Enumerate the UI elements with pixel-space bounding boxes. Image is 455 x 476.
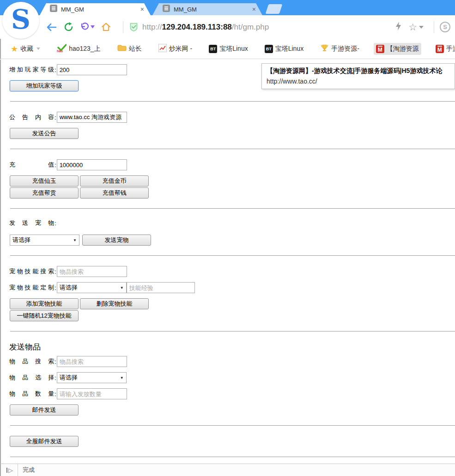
chevron-down-icon[interactable]	[419, 26, 424, 29]
star-icon: ★	[11, 44, 18, 54]
pet-select[interactable]: 请选择 ▼	[10, 235, 79, 246]
item-qty-row: 物品数量:	[9, 388, 455, 399]
url-host: 129.204.189.113:88	[162, 23, 232, 31]
add-level-button[interactable]: 增加玩家等级	[10, 80, 79, 91]
toolbar-divider	[434, 21, 434, 33]
close-icon[interactable]: ×	[139, 6, 146, 13]
reload-icon[interactable]	[64, 22, 73, 32]
m-site-icon: M	[376, 45, 384, 53]
home-icon[interactable]	[101, 22, 111, 32]
tab-mm-gm-active[interactable]: MM_GM ×	[40, 3, 151, 15]
close-icon[interactable]: ×	[250, 6, 258, 13]
add-pet-skill-button[interactable]: 添加宠物技能	[10, 298, 79, 309]
m-site-icon: M	[436, 45, 444, 53]
page-favicon-icon	[163, 5, 170, 14]
status-divider	[18, 464, 18, 476]
pet-skill-select[interactable]: 请选择 ▼	[57, 282, 127, 293]
tooltip-url: http://www.tao.cc/	[267, 78, 455, 85]
bookmark-bt-linux-2[interactable]: BT 宝塔Linux	[262, 43, 306, 55]
item-select[interactable]: 请选择 ▼	[57, 372, 127, 383]
sogou-account-icon[interactable]: S	[440, 22, 450, 32]
tab-title: MM_GM	[174, 6, 247, 13]
send-notice-button[interactable]: 发送公告	[10, 128, 79, 139]
item-search-input[interactable]	[57, 356, 127, 367]
item-select-row: 物品选择: 请选择 ▼	[9, 372, 455, 383]
level-input[interactable]	[57, 64, 127, 75]
item-search-row: 物品搜索:	[9, 356, 455, 367]
skill-exp-input[interactable]	[127, 282, 195, 293]
chart-icon	[158, 44, 167, 54]
favorite-star-icon[interactable]: ☆	[408, 22, 417, 33]
delete-pet-skill-button[interactable]: 删除宠物技能	[80, 298, 149, 309]
send-pet-button[interactable]: 发送宠物	[82, 235, 151, 246]
bookmark-favorites[interactable]: ★ 收藏	[8, 42, 42, 56]
pet-skill-search-label: 宠物技能搜索	[9, 267, 54, 276]
level-label: 增加玩家等级	[9, 66, 54, 74]
toolbar-divider	[123, 21, 123, 33]
recharge-banggong-button[interactable]: 充值帮贡	[10, 187, 79, 199]
bookmark-shouyou-jishu[interactable]: M 手游技术交	[433, 43, 455, 55]
item-search-label: 物品搜索	[9, 357, 54, 366]
lightning-icon[interactable]	[395, 21, 402, 33]
bt-panel-icon: BT	[265, 45, 273, 53]
undo-dropdown-icon[interactable]	[80, 23, 95, 31]
tab-title: MM_GM	[61, 6, 135, 13]
select-arrow-icon: ▼	[120, 286, 124, 290]
pet-skill-custom-label: 宠物技能定制	[9, 283, 54, 292]
bookmark-taoyou-ziyuan[interactable]: M 【淘游资源	[374, 43, 421, 55]
status-bar: ▷ 完成	[0, 464, 455, 476]
chevron-down-icon	[36, 48, 40, 50]
sogou-logo[interactable]: S	[2, 2, 39, 39]
mail-send-button[interactable]: 邮件发送	[10, 404, 79, 416]
section-divider	[10, 101, 455, 102]
recharge-label: 充值	[9, 161, 54, 169]
recharge-xianyu-button[interactable]: 充值仙玉	[10, 175, 79, 187]
back-icon[interactable]	[46, 23, 57, 31]
bookmark-chaomiwang[interactable]: 炒米网 -	[156, 42, 195, 55]
bookmark-tooltip: 【淘游资源网】-游戏技术交流|手游服务端源码|H5游戏技术论 http://ww…	[261, 63, 455, 89]
browser-toolbar: http://129.204.189.113:88/ht/gm.php ☆ S	[0, 15, 455, 39]
send-item-heading: 发送物品	[9, 342, 455, 352]
trophy-icon	[320, 44, 329, 54]
tab-mm-gm-inactive[interactable]: MM_GM ×	[152, 3, 262, 15]
notice-input[interactable]	[57, 112, 127, 123]
item-qty-label: 物品数量	[9, 390, 54, 398]
pet-skill-search-input[interactable]	[57, 266, 127, 277]
section-divider	[10, 331, 455, 331]
tooltip-title: 【淘游资源网】-游戏技术交流|手游服务端源码|H5游戏技术论	[267, 67, 455, 75]
hao123-icon: hao	[57, 44, 67, 54]
toolbar-right-group: ☆ S	[395, 21, 455, 33]
bookmark-bt-linux-1[interactable]: BT 宝塔Linux	[206, 43, 250, 55]
bookmark-shouyou-ziyuan[interactable]: 手游资源-	[318, 42, 362, 56]
bookmarks-bar: ★ 收藏 hao hao123_上 站长 炒米网 - BT 宝塔Linux BT…	[0, 39, 455, 59]
pet-skill-search-row: 宠物技能搜索:	[9, 266, 455, 277]
random-12-pet-skill-button[interactable]: 一键随机12宠物技能	[10, 310, 79, 321]
item-qty-input[interactable]	[57, 388, 127, 399]
page-favicon-icon	[50, 5, 57, 14]
select-arrow-icon: ▼	[120, 376, 124, 380]
gm-page-content: 增加玩家等级: 增加玩家等级 公告内容: 发送公告 充值: 充值仙玉 充值金币 …	[0, 60, 455, 464]
select-arrow-icon: ▼	[73, 238, 77, 242]
pet-controls-row: 请选择 ▼ 发送宠物	[10, 235, 455, 246]
pet-label: 发送宠物	[9, 219, 54, 227]
security-shield-icon[interactable]	[129, 22, 139, 32]
recharge-bangqian-button[interactable]: 充值帮钱	[80, 187, 149, 199]
address-bar[interactable]: http://129.204.189.113:88/ht/gm.php	[142, 23, 269, 32]
notice-row: 公告内容:	[9, 112, 455, 123]
bookmark-hao123[interactable]: hao hao123_上	[55, 42, 103, 56]
recharge-input[interactable]	[57, 159, 127, 170]
svg-text:hao: hao	[57, 49, 63, 53]
section-divider	[10, 255, 455, 256]
section-divider	[10, 425, 455, 426]
recharge-row: 充值:	[9, 159, 455, 170]
status-text: 完成	[23, 466, 35, 474]
recharge-jinbi-button[interactable]: 充值金币	[80, 175, 149, 187]
folder-icon	[117, 44, 127, 53]
new-tab-button[interactable]	[266, 4, 283, 14]
play-icon[interactable]: ▷	[6, 467, 13, 473]
tab-strip: MM_GM × MM_GM ×	[0, 0, 455, 15]
pet-label-row: 发送宠物:	[9, 219, 455, 227]
pet-skill-custom-row: 宠物技能定制: 请选择 ▼	[9, 282, 455, 293]
bookmark-zhanzhang[interactable]: 站长	[115, 42, 144, 55]
all-server-mail-button[interactable]: 全服邮件发送	[10, 436, 79, 447]
